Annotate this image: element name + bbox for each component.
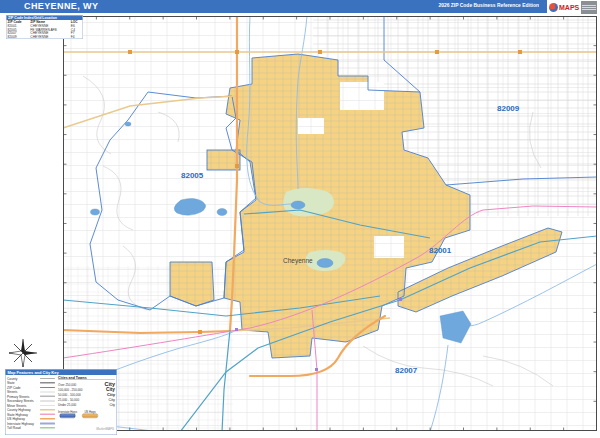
- line-sample: [40, 414, 55, 416]
- compass-rose-icon: [8, 338, 38, 368]
- logo-sidebox: [581, 1, 597, 14]
- legend-label: US Highway: [7, 417, 25, 421]
- line-sample: [40, 422, 55, 424]
- city-sample: City: [107, 392, 115, 397]
- pop-range: Over 250,000: [58, 383, 76, 386]
- interstate-shield-icon: [60, 414, 76, 419]
- table-row: 82009 CHEYENNE F4: [7, 35, 83, 39]
- zip-index-table: ZIP Code Index/Grid Location ZIP Code ZI…: [6, 15, 82, 51]
- line-sample: [40, 387, 55, 388]
- name-cell: CHEYENNE: [29, 35, 70, 39]
- legend-label: Streets: [7, 390, 17, 394]
- edition-text-wrap: 2026 ZIP Code Business Reference Edition: [339, 3, 539, 13]
- line-sample: [40, 405, 55, 406]
- legend-label: State Highway: [7, 413, 28, 417]
- logo-brand: MAPS: [559, 4, 579, 11]
- line-sample: [40, 396, 55, 398]
- legend-label: Interstate Highway: [7, 422, 34, 426]
- us-hwy-shield-icon: [82, 414, 98, 419]
- shield-label: Interstate Hwys: [58, 410, 77, 413]
- line-sample: [40, 427, 55, 429]
- legend-label: State: [7, 381, 15, 385]
- line-sample: [40, 382, 55, 384]
- map-legend: Map Features and City Key County State Z…: [5, 369, 117, 435]
- pop-range: 25,000 - 50,000: [58, 398, 79, 401]
- legend-watermark: MarketMAPS: [96, 427, 114, 430]
- page-title: CHEYENNE, WY: [24, 1, 98, 11]
- zip-label-82001: 82001: [429, 246, 452, 255]
- legend-label: Toll Road: [7, 426, 21, 430]
- line-sample: [40, 409, 55, 411]
- map-canvas: 82005 82009 82001 82007 Cheyenne: [63, 16, 597, 431]
- pop-range: 100,000 - 250,000: [58, 388, 82, 391]
- legend-label: Secondary Streets: [7, 399, 34, 403]
- legend-label: ZIP Code: [7, 386, 21, 390]
- globe-icon: [549, 3, 558, 12]
- zip-label-82005: 82005: [181, 171, 204, 180]
- legend-label: Primary Streets: [7, 395, 29, 399]
- marketmaps-logo: MAPS: [547, 0, 600, 14]
- loc-cell: F4: [70, 35, 83, 39]
- line-sample: [40, 378, 55, 379]
- city-key-title: Cities and Towns: [58, 376, 115, 380]
- title-bar: CHEYENNE, WY 2026 ZIP Code Business Refe…: [0, 0, 547, 13]
- legend-feature-list: County State ZIP Code Streets Primary St…: [7, 376, 55, 430]
- highway-shield-samples: Interstate Hwys US Hwys: [58, 410, 115, 418]
- edition-text: 2026 ZIP Code Business Reference Edition: [341, 3, 539, 9]
- line-sample: [40, 391, 55, 392]
- legend-label: County Highway: [7, 408, 31, 412]
- map-page: CHEYENNE, WY 2026 ZIP Code Business Refe…: [0, 0, 600, 438]
- city-sample: City: [109, 397, 115, 402]
- city-sample: City: [109, 403, 115, 407]
- legend-label: Minor Streets: [7, 404, 26, 408]
- shield-label: US Hwys: [82, 410, 98, 413]
- city-label-cheyenne: Cheyenne: [283, 257, 313, 265]
- zip-label-82007: 82007: [395, 366, 418, 375]
- legend-city-key: Cities and Towns Over 250,000City 100,00…: [55, 376, 115, 430]
- pop-range: Under 25,000: [58, 403, 76, 406]
- legend-label: County: [7, 377, 17, 381]
- line-sample: [40, 418, 55, 420]
- city-map: 82005 82009 82001 82007 Cheyenne: [63, 16, 597, 431]
- zip-label-82009: 82009: [497, 104, 520, 113]
- pop-range: 50,000 - 100,000: [58, 393, 81, 396]
- zip-cell: 82009: [7, 35, 30, 39]
- line-sample: [40, 400, 55, 401]
